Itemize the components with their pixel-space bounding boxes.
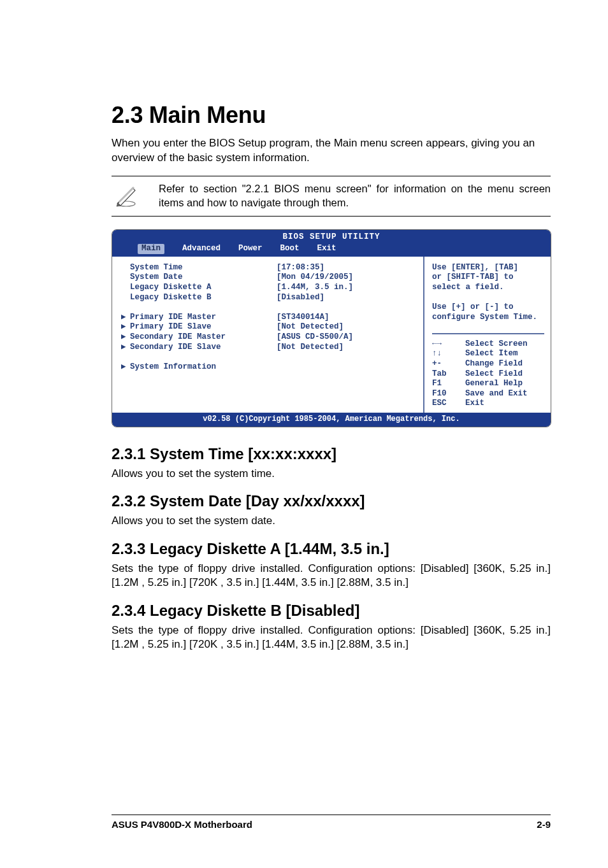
bios-body: System Time[17:08:35] System Date[Mon 04… [112,257,551,413]
bios-item-label: Legacy Diskette A [130,283,277,293]
page-footer: ASUS P4V800D-X Motherboard 2-9 [112,815,551,830]
bios-screenshot: BIOS SETUP UTILITY Main Advanced Power B… [112,229,551,427]
arrow-placeholder [121,273,130,283]
arrow-placeholder [121,283,130,293]
help-line: configure System Time. [432,313,544,323]
bios-item-label: System Time [130,263,277,273]
bios-context-help: Use [ENTER], [TAB] or [SHIFT-TAB] to sel… [432,263,544,333]
bios-item-label: Secondary IDE Master [130,332,277,343]
nav-key: F1 [432,379,459,389]
nav-action: Select Item [465,349,518,359]
bios-item[interactable]: System Date[Mon 04/19/2005] [121,273,416,283]
pencil-icon [112,181,141,207]
arrow-placeholder [121,263,130,273]
bios-item-value: [Disabled] [277,293,324,303]
nav-action: Select Field [465,369,523,380]
bios-tab-main[interactable]: Main [138,244,164,254]
help-line [432,293,544,303]
nav-key: F10 [432,389,459,399]
bios-tab-power[interactable]: Power [238,244,263,254]
submenu-arrow-icon: ▶ [121,313,130,323]
bios-item-label: Primary IDE Slave [130,322,277,332]
bios-item-label: Secondary IDE Slave [130,343,277,353]
arrow-placeholder [121,293,130,303]
submenu-arrow-icon: ▶ [121,362,130,373]
bios-footer: v02.58 (C)Copyright 1985-2004, American … [112,413,551,427]
nav-key: +- [432,359,459,369]
nav-row: +-Change Field [432,359,544,369]
nav-row: F1General Help [432,379,544,389]
nav-key: Tab [432,369,459,380]
bios-item-value: [Mon 04/19/2005] [277,273,353,283]
bios-item-value: [ST340014A] [277,313,329,323]
footer-product: ASUS P4V800D-X Motherboard [112,819,252,830]
bios-item-value: [17:08:35] [277,263,324,273]
bios-item-spacer [121,302,416,313]
bios-tab-boot[interactable]: Boot [280,244,300,254]
bios-item[interactable]: Legacy Diskette A[1.44M, 3.5 in.] [121,283,416,293]
heading-main: 2.3 Main Menu [112,102,551,129]
section-body: Allows you to set the system date. [112,514,551,528]
submenu-arrow-icon: ▶ [121,322,130,332]
section-heading: 2.3.4 Legacy Diskette B [Disabled] [112,602,551,620]
help-line: Use [ENTER], [TAB] [432,263,544,273]
section-heading: 2.3.1 System Time [xx:xx:xxxx] [112,445,551,463]
bios-item[interactable]: ▶System Information [121,362,416,373]
bios-item[interactable]: ▶Secondary IDE Master[ASUS CD-S500/A] [121,332,416,343]
nav-row: ESCExit [432,399,544,409]
nav-action: Save and Exit [465,389,528,399]
bios-item-value: [Not Detected] [277,343,344,353]
bios-item-value: [ASUS CD-S500/A] [277,332,353,343]
help-line: or [SHIFT-TAB] to [432,273,544,283]
bios-item-spacer [121,352,416,362]
bios-items-panel: System Time[17:08:35] System Date[Mon 04… [112,257,423,413]
section-heading: 2.3.2 System Date [Day xx/xx/xxxx] [112,492,551,510]
bios-item-label: System Date [130,273,277,283]
nav-key: ↑↓ [432,349,459,359]
bios-header: BIOS SETUP UTILITY Main Advanced Power B… [112,230,551,256]
bios-item-label: Primary IDE Master [130,313,277,323]
nav-row: TabSelect Field [432,369,544,380]
bios-item[interactable]: ▶Secondary IDE Slave[Not Detected] [121,343,416,353]
nav-action: Change Field [465,359,523,369]
bios-help-panel: Use [ENTER], [TAB] or [SHIFT-TAB] to sel… [423,257,551,413]
bios-item[interactable]: ▶Primary IDE Master[ST340014A] [121,313,416,323]
submenu-arrow-icon: ▶ [121,332,130,343]
footer-page-number: 2-9 [537,819,551,830]
bios-tab-advanced[interactable]: Advanced [182,244,221,254]
nav-key: ←→ [432,339,459,350]
bios-title: BIOS SETUP UTILITY [119,232,544,243]
help-line: Use [+] or [-] to [432,302,544,313]
nav-action: General Help [465,379,523,389]
bios-item[interactable]: ▶Primary IDE Slave[Not Detected] [121,322,416,332]
bios-item-label: System Information [130,362,277,373]
bios-item-value: [Not Detected] [277,322,344,332]
bios-item-label: Legacy Diskette B [130,293,277,303]
intro-paragraph: When you enter the BIOS Setup program, t… [112,136,551,166]
bios-tab-bar: Main Advanced Power Boot Exit [119,244,544,254]
section-body: Sets the type of floppy drive installed.… [112,562,551,590]
nav-row: ←→Select Screen [432,339,544,350]
bios-item[interactable]: System Time[17:08:35] [121,263,416,273]
section-body: Allows you to set the system time. [112,467,551,481]
nav-row: F10Save and Exit [432,389,544,399]
note-text: Refer to section "2.2.1 BIOS menu screen… [159,181,551,210]
help-line: select a field. [432,283,544,293]
section-body: Sets the type of floppy drive installed.… [112,623,551,652]
nav-action: Select Screen [465,339,528,350]
nav-action: Exit [465,399,484,409]
submenu-arrow-icon: ▶ [121,343,130,353]
nav-row: ↑↓Select Item [432,349,544,359]
bios-tab-exit[interactable]: Exit [317,244,337,254]
note-block: Refer to section "2.2.1 BIOS menu screen… [112,176,551,217]
section-heading: 2.3.3 Legacy Diskette A [1.44M, 3.5 in.] [112,540,551,558]
nav-key: ESC [432,399,459,409]
bios-item-value: [1.44M, 3.5 in.] [277,283,353,293]
page: 2.3 Main Menu When you enter the BIOS Se… [0,0,608,868]
bios-item[interactable]: Legacy Diskette B[Disabled] [121,293,416,303]
bios-nav-help: ←→Select Screen ↑↓Select Item +-Change F… [432,333,544,409]
